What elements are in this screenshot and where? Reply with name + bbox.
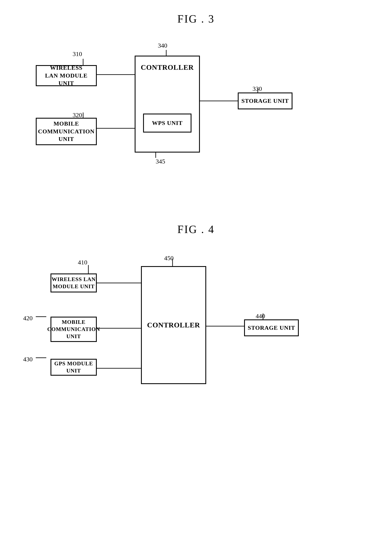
fig3-diagram: 310 WIRELESSLAN MODULE UNIT 320 MOBILECO… xyxy=(17,38,375,202)
fig4-controller-block: CONTROLLER xyxy=(141,266,206,384)
fig3-storage-block: STORAGE UNIT xyxy=(238,93,293,109)
fig4-label-450: 450 xyxy=(164,254,173,262)
fig3-title: FIG . 3 xyxy=(17,13,375,25)
fig4-diagram: 410 WIRELESS LANMODULE UNIT 420 MOBILECO… xyxy=(17,252,375,425)
fig4-mobile-comm-block: MOBILECOMMUNICATIONUNIT xyxy=(51,317,97,342)
page-content: FIG . 3 310 WIRELESSLAN MODULE UNIT xyxy=(0,0,392,438)
fig4-gps-block: GPS MODULE UNIT xyxy=(51,359,97,376)
fig4-storage-block: STORAGE UNIT xyxy=(244,319,299,336)
fig4-title: FIG . 4 xyxy=(17,223,375,236)
fig4-label-430: 430 xyxy=(23,356,33,363)
fig3-label-340: 340 xyxy=(158,42,167,49)
fig3-label-310: 310 xyxy=(73,50,82,58)
fig4-label-440: 440 xyxy=(256,313,265,320)
fig3-label-330: 330 xyxy=(253,85,262,92)
fig3-controller-block: CONTROLLER xyxy=(135,56,200,153)
fig4-label-420: 420 xyxy=(23,314,33,322)
fig3-mobile-comm-block: MOBILECOMMUNICATIONUNIT xyxy=(36,118,97,145)
fig4-label-410: 410 xyxy=(78,259,87,266)
fig3-label-345: 345 xyxy=(156,158,165,165)
fig4-wireless-lan-block: WIRELESS LANMODULE UNIT xyxy=(51,273,97,292)
fig3-wireless-lan-block: WIRELESSLAN MODULE UNIT xyxy=(36,65,97,86)
fig3-label-320: 320 xyxy=(73,112,82,119)
fig3-wps-block: WPS UNIT xyxy=(143,113,191,133)
